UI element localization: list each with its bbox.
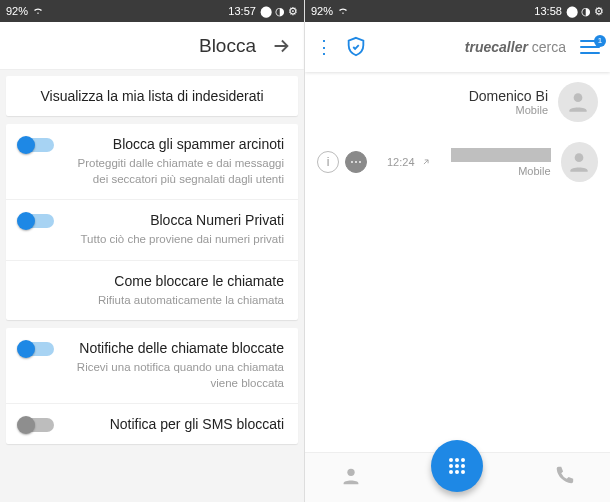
status-bar: 92% 13:57 ⬤ ◑ ⚙ — [0, 0, 304, 22]
svg-point-10 — [455, 470, 459, 474]
back-arrow-icon[interactable] — [270, 35, 292, 57]
svg-point-0 — [574, 93, 583, 102]
calls-tab[interactable] — [553, 465, 575, 491]
clock-text: 13:58 — [534, 5, 562, 17]
row-subtitle: Rifiuta automaticamente la chiamata — [20, 293, 284, 309]
call-meta: i ⋯ — [317, 151, 367, 173]
status-icons: ⬤ ◑ ⚙ — [260, 5, 298, 18]
battery-text: 92% — [311, 5, 333, 17]
status-icons: ⬤ ◑ ⚙ — [566, 5, 604, 18]
clock-text: 13:57 — [228, 5, 256, 17]
row-subtitle: Tutto ciò che proviene dai numeri privat… — [64, 232, 284, 248]
avatar — [561, 142, 598, 182]
contact-sub: Mobile — [317, 104, 548, 116]
contact-name — [441, 148, 551, 165]
redacted-name — [451, 148, 551, 162]
page-title: Blocca — [199, 35, 256, 57]
toggle[interactable] — [20, 342, 54, 356]
toggle[interactable] — [20, 138, 54, 152]
call-log-list: Domenico Bi Mobile i ⋯ 12:24 — [305, 72, 610, 452]
badge: 1 — [594, 35, 606, 47]
overflow-menu-icon[interactable]: ⋮ — [315, 36, 331, 58]
block-top-spammers-row[interactable]: Blocca gli spammer arcinoti Proteggiti d… — [6, 124, 298, 199]
svg-point-4 — [455, 458, 459, 462]
row-title: Blocca gli spammer arcinoti — [64, 136, 284, 152]
toggle[interactable] — [20, 214, 54, 228]
status-bar: 92% 13:58 ⬤ ◑ ⚙ — [305, 0, 610, 22]
svg-point-1 — [575, 153, 584, 162]
toggle[interactable] — [20, 418, 54, 432]
svg-point-9 — [449, 470, 453, 474]
svg-point-6 — [449, 464, 453, 468]
blocked-call-notif-row[interactable]: Notifiche delle chiamate bloccate Ricevi… — [6, 328, 298, 403]
contacts-tab[interactable] — [340, 465, 362, 491]
svg-point-8 — [461, 464, 465, 468]
search-placeholder[interactable]: truecaller cerca — [465, 39, 566, 55]
info-icon[interactable]: i — [317, 151, 339, 173]
dialpad-fab[interactable] — [431, 440, 483, 492]
contact-name: Domenico Bi — [317, 88, 548, 104]
svg-point-7 — [455, 464, 459, 468]
row-title: Blocca Numeri Privati — [64, 212, 284, 228]
how-to-block-row[interactable]: Come bloccare le chiamate Rifiuta automa… — [6, 260, 298, 321]
battery-text: 92% — [6, 5, 28, 17]
row-title: Visualizza la mia lista di indesiderati — [20, 88, 284, 104]
row-title: Come bloccare le chiamate — [20, 273, 284, 289]
wifi-icon — [32, 5, 44, 17]
block-private-numbers-row[interactable]: Blocca Numeri Privati Tutto ciò che prov… — [6, 199, 298, 260]
outgoing-call-icon — [421, 157, 431, 167]
row-title: Notifica per gli SMS bloccati — [64, 416, 284, 432]
svg-point-2 — [347, 468, 354, 475]
shield-icon[interactable] — [345, 36, 367, 58]
svg-point-11 — [461, 470, 465, 474]
blocked-sms-notif-row[interactable]: Notifica per gli SMS bloccati — [6, 403, 298, 444]
bottom-nav — [305, 452, 610, 502]
page-header: Blocca — [0, 22, 304, 70]
call-time: 12:24 — [387, 156, 415, 168]
sms-icon[interactable]: ⋯ — [345, 151, 367, 173]
wifi-icon — [337, 5, 349, 17]
search-bar[interactable]: ⋮ truecaller cerca 1 — [305, 22, 610, 72]
contact-sub: Mobile — [441, 165, 551, 177]
row-title: Notifiche delle chiamate bloccate — [64, 340, 284, 356]
svg-point-5 — [461, 458, 465, 462]
call-log-item[interactable]: Domenico Bi Mobile — [305, 72, 610, 132]
row-subtitle: Ricevi una notifica quando una chiamata … — [64, 360, 284, 391]
menu-button[interactable]: 1 — [580, 40, 600, 54]
avatar — [558, 82, 598, 122]
row-subtitle: Proteggiti dalle chiamate e dai messaggi… — [64, 156, 284, 187]
call-log-item[interactable]: i ⋯ 12:24 Mobile — [305, 132, 610, 192]
view-blocklist-row[interactable]: Visualizza la mia lista di indesiderati — [6, 76, 298, 116]
svg-point-3 — [449, 458, 453, 462]
